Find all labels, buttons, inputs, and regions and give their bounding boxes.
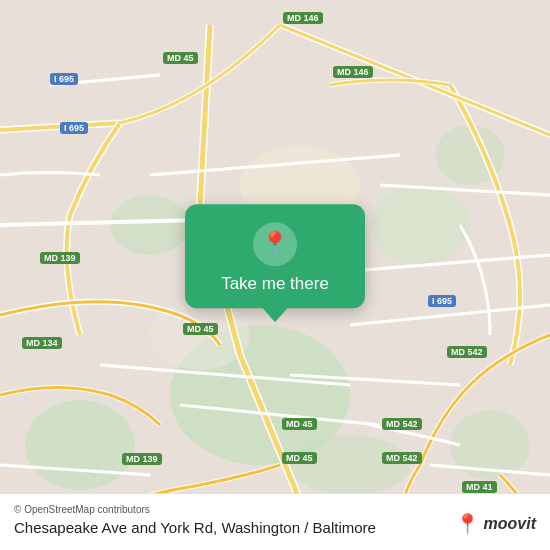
moovit-brand-text: moovit — [484, 515, 536, 533]
bottom-bar: © OpenStreetMap contributors Chesapeake … — [0, 493, 550, 550]
svg-point-6 — [290, 435, 410, 495]
svg-point-4 — [370, 185, 470, 265]
svg-point-3 — [110, 195, 190, 255]
location-icon-circle: 📍 — [253, 222, 297, 266]
map-container: I 695 I 695 I 695 MD 45 MD 45 MD 45 MD 4… — [0, 0, 550, 550]
moovit-pin-icon: 📍 — [455, 512, 480, 536]
location-pin-icon: 📍 — [260, 230, 290, 258]
take-me-there-button[interactable]: Take me there — [221, 274, 329, 294]
svg-point-2 — [25, 400, 135, 490]
moovit-logo: 📍 moovit — [455, 512, 536, 536]
popup-card[interactable]: 📍 Take me there — [185, 204, 365, 308]
